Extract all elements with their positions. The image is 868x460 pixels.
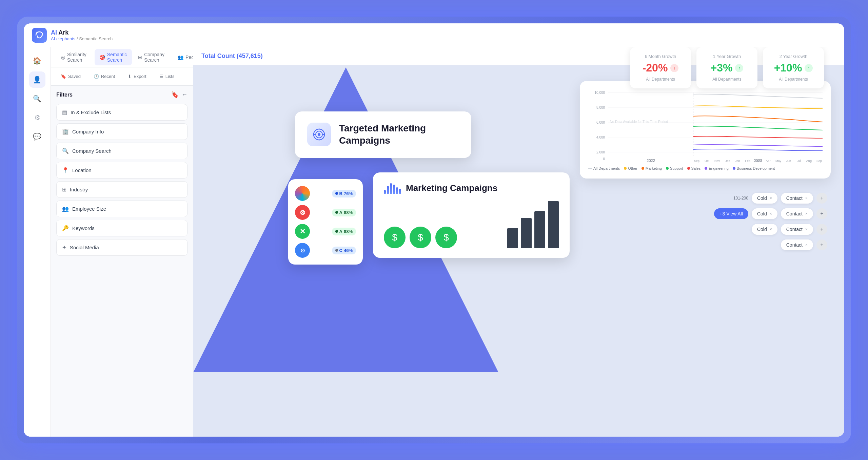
main-header: Total Count (457,615) (193, 47, 844, 65)
tag-cold-3[interactable]: Cold × (752, 224, 777, 235)
sidebar: 🏠 👤 🔍 ⚙ 💬 (24, 47, 51, 437)
filter-keywords[interactable]: 🔑 Keywords (56, 220, 188, 236)
filters-panel: Filters 🔖 ← ▤ In & Exclude Lists 🏢 Compa… (51, 86, 193, 437)
filter-industry[interactable]: ⊞ Industry (56, 181, 188, 198)
bookmark-icon[interactable]: 🔖 (171, 91, 179, 99)
app-title: AI Ark (51, 29, 113, 36)
filter-in-exclude-icon: ▤ (62, 109, 67, 116)
toolbar: 🔖 Saved 🕐 Recent ⬇ Export ☰ Lists (51, 67, 193, 86)
filter-location-icon: 📍 (62, 167, 69, 173)
back-icon[interactable]: ← (181, 91, 188, 99)
tag-contact-1-close[interactable]: × (805, 196, 808, 201)
tag-contact-4[interactable]: Contact × (781, 239, 813, 250)
tab-company-search[interactable]: ⊞ Company Search (133, 49, 171, 65)
add-tag-3[interactable]: + (816, 224, 827, 235)
saved-button[interactable]: 🔖 Saved (56, 71, 85, 81)
recent-button[interactable]: 🕐 Recent (89, 71, 119, 81)
app-logo-icon (32, 28, 47, 43)
total-count: Total Count (457,615) (201, 53, 263, 60)
filter-company-info[interactable]: 🏢 Company Info (56, 123, 188, 140)
tag-contact-2-close[interactable]: × (805, 211, 808, 216)
tag-row-1: 101-200 Cold × Contact × + (714, 193, 827, 204)
tag-contact-3[interactable]: Contact × (781, 224, 813, 235)
sidebar-home-icon[interactable]: 🏠 (29, 53, 45, 69)
tag-cold-2-close[interactable]: × (770, 211, 772, 216)
view-all-button[interactable]: +3 View All (714, 208, 748, 219)
search-tabs: ◎ Similarity Search 🎯 Semantic Search ⊞ … (51, 47, 193, 67)
filter-location[interactable]: 📍 Location (56, 162, 188, 179)
filter-social-media-icon: ✦ (62, 244, 66, 251)
sidebar-chat-icon[interactable]: 💬 (29, 128, 45, 145)
company-icon: ⊞ (138, 54, 142, 60)
outer-glow: AI Ark AI elephants / Semantic Search 🏠 … (17, 17, 851, 443)
tag-cold-1-close[interactable]: × (770, 196, 772, 201)
sidebar-settings-icon[interactable]: ⚙ (29, 109, 45, 126)
filters-header: Filters 🔖 ← (56, 91, 188, 99)
people-icon: 👥 (177, 54, 183, 60)
tab-people[interactable]: 👥 People (173, 51, 193, 63)
export-button[interactable]: ⬇ Export (123, 71, 151, 81)
top-bar: AI Ark AI elephants / Semantic Search (24, 23, 844, 47)
add-tag-1[interactable]: + (816, 193, 827, 204)
left-panel: ◎ Similarity Search 🎯 Semantic Search ⊞ … (51, 47, 193, 437)
tag-cold-2[interactable]: Cold × (752, 208, 777, 219)
add-tag-4[interactable]: + (816, 239, 827, 250)
filter-in-exclude[interactable]: ▤ In & Exclude Lists (56, 104, 188, 121)
logo-area: AI Ark AI elephants / Semantic Search (32, 28, 113, 43)
sidebar-search-icon[interactable]: 👤 (29, 71, 45, 88)
sidebar-filter-icon[interactable]: 🔍 (29, 90, 45, 107)
filter-company-search[interactable]: 🔍 Company Search (56, 143, 188, 159)
breadcrumb: AI elephants / Semantic Search (51, 36, 113, 41)
filter-company-info-icon: 🏢 (62, 128, 69, 135)
tag-contact-2[interactable]: Contact × (781, 208, 813, 219)
tab-similarity-search[interactable]: ◎ Similarity Search (56, 49, 93, 65)
similarity-icon: ◎ (61, 54, 65, 60)
filter-industry-icon: ⊞ (62, 186, 66, 193)
filters-title: Filters (56, 92, 73, 98)
employee-range-label: 101-200 (733, 196, 748, 201)
filter-social-media[interactable]: ✦ Social Media (56, 239, 188, 256)
right-tags-panel: 101-200 Cold × Contact × + (714, 193, 827, 250)
filter-keywords-icon: 🔑 (62, 225, 69, 231)
tag-contact-1[interactable]: Contact × (781, 193, 813, 204)
tag-contact-3-close[interactable]: × (805, 227, 808, 232)
filter-employee-size-icon: 👥 (62, 206, 69, 212)
tab-semantic-search[interactable]: 🎯 Semantic Search (95, 49, 132, 65)
filters-actions: 🔖 ← (171, 91, 188, 99)
lists-button[interactable]: ☰ Lists (155, 71, 179, 81)
filter-company-search-icon: 🔍 (62, 148, 69, 154)
filter-employee-size[interactable]: 👥 Employee Size (56, 201, 188, 217)
main-panel: Total Count (457,615) 6 Month Growth (193, 47, 844, 437)
semantic-icon: 🎯 (99, 54, 105, 60)
tag-row-4: Contact × + (714, 239, 827, 250)
tag-cold-1[interactable]: Cold × (752, 193, 777, 204)
tag-contact-4-close[interactable]: × (805, 243, 808, 247)
svg-marker-0 (193, 67, 498, 372)
triangle-container (193, 67, 844, 437)
main-content: 🏠 👤 🔍 ⚙ 💬 ◎ Similarity Search 🎯 Semantic… (24, 47, 844, 437)
tag-cold-3-close[interactable]: × (770, 227, 772, 232)
tag-row-2: +3 View All Cold × Contact × + (714, 208, 827, 219)
add-tag-2[interactable]: + (816, 208, 827, 219)
tag-row-3: Cold × Contact × + (714, 224, 827, 235)
logo-text: AI Ark AI elephants / Semantic Search (51, 29, 113, 41)
triangle-bg (193, 67, 498, 372)
app-window: AI Ark AI elephants / Semantic Search 🏠 … (24, 23, 844, 437)
